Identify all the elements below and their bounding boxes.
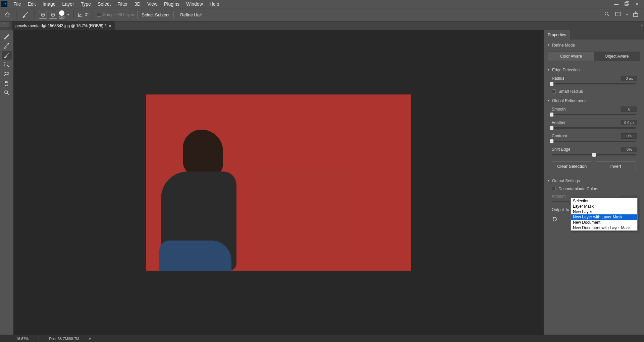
menu-layer[interactable]: Layer <box>59 0 77 8</box>
menu-image[interactable]: Image <box>39 0 59 8</box>
canvas-area[interactable] <box>13 30 543 335</box>
svg-point-7 <box>605 12 608 15</box>
close-tab-icon[interactable]: × <box>109 23 111 28</box>
minimize-button[interactable]: — <box>614 1 619 7</box>
dropdown-item-selection[interactable]: Selection <box>571 198 637 204</box>
share-icon[interactable] <box>633 11 639 18</box>
decontaminate-colors-label: Decontaminate Colors <box>558 187 598 191</box>
angle-icon <box>77 12 84 18</box>
radius-label: Radius <box>552 76 564 81</box>
brush-tool[interactable] <box>2 51 12 60</box>
refine-mode-segmented: Color Aware Object Aware <box>548 52 640 61</box>
menu-help[interactable]: Help <box>206 0 223 8</box>
zoom-tool[interactable] <box>2 88 12 97</box>
output-to-label: Output To <box>552 207 569 212</box>
menu-view[interactable]: View <box>144 0 161 8</box>
refine-edge-brush-tool[interactable] <box>2 42 12 50</box>
sample-all-layers-checkbox[interactable] <box>97 13 101 17</box>
feather-value[interactable]: 0.0 px <box>621 120 637 125</box>
menu-type[interactable]: Type <box>77 0 94 8</box>
smart-radius-label: Smart Radius <box>558 89 583 94</box>
decontaminate-colors-checkbox[interactable] <box>552 187 556 191</box>
menu-3d[interactable]: 3D <box>131 0 144 8</box>
document-tab[interactable]: pexels-mentatdgt-1568342.jpg @ 16.7% (RG… <box>12 21 115 30</box>
doc-info: Doc: 68.7M/68.7M <box>49 337 79 341</box>
document-tab-title: pexels-mentatdgt-1568342.jpg @ 16.7% (RG… <box>15 23 106 28</box>
status-bar: 16.67% Doc: 68.7M/68.7M ▶ <box>0 335 644 342</box>
svg-rect-9 <box>615 12 620 16</box>
smooth-slider[interactable] <box>552 114 636 115</box>
properties-tab[interactable]: Properties <box>544 30 570 40</box>
document-image <box>146 94 411 271</box>
options-bar: 150 ▾ 0° Sample All Layers Select Subjec… <box>0 8 644 21</box>
chevron-down-icon: ▾ <box>548 179 549 182</box>
brush-size-preview[interactable]: 150 <box>59 10 65 19</box>
brush-dropdown-arrow-icon[interactable]: ▾ <box>67 13 69 16</box>
output-settings-header[interactable]: ▾ Output Settings <box>544 175 644 185</box>
add-to-selection-button[interactable] <box>39 11 47 19</box>
image-subject <box>159 241 231 271</box>
edge-detection-header[interactable]: ▾ Edge Detection <box>544 64 644 74</box>
maximize-button[interactable] <box>625 1 629 7</box>
object-aware-segment[interactable]: Object Aware <box>594 52 640 61</box>
brush-size-value: 150 <box>59 16 65 19</box>
contrast-label: Contrast <box>552 134 567 138</box>
dropdown-item-new-layer[interactable]: New Layer <box>571 209 637 214</box>
brush-dot-icon <box>59 10 64 16</box>
menu-plugins[interactable]: Plugins <box>161 0 183 8</box>
refine-mode-header[interactable]: ▾ Refine Mode <box>544 40 644 50</box>
close-button[interactable]: ✕ <box>635 1 639 7</box>
shift-edge-value[interactable]: 0% <box>621 147 637 152</box>
svg-line-13 <box>7 93 9 95</box>
zoom-level[interactable]: 16.67% <box>16 337 29 341</box>
refine-hair-button[interactable]: Refine Hair <box>176 11 206 19</box>
output-to-dropdown[interactable]: Selection Layer Mask New Layer New Layer… <box>571 198 638 231</box>
svg-line-8 <box>608 15 609 16</box>
invert-button[interactable]: Invert <box>596 161 636 171</box>
menu-filter[interactable]: Filter <box>114 0 131 8</box>
dropdown-item-new-layer-with-mask[interactable]: New Layer with Layer Mask <box>571 214 637 220</box>
screen-mode-arrow-icon[interactable]: ▾ <box>626 13 628 16</box>
tool-bar <box>0 30 13 335</box>
quick-selection-tool[interactable] <box>2 32 12 41</box>
subtract-from-selection-button[interactable] <box>49 11 57 19</box>
app-logo: Ps <box>1 1 7 7</box>
search-icon[interactable] <box>604 11 610 18</box>
angle-value[interactable]: 0° <box>85 12 89 17</box>
screen-mode-icon[interactable] <box>615 11 621 18</box>
object-selection-tool[interactable] <box>2 60 12 69</box>
lasso-tool[interactable] <box>2 70 12 78</box>
collapsed-panel-tab[interactable]: ≡ <box>0 22 9 27</box>
amount-label: Amount <box>552 194 566 199</box>
menu-edit[interactable]: Edit <box>24 0 39 8</box>
dropdown-item-new-document[interactable]: New Document <box>571 220 637 225</box>
amount-value <box>621 196 637 197</box>
menu-bar: Ps File Edit Image Layer Type Select Fil… <box>0 0 644 8</box>
home-button[interactable] <box>3 10 12 19</box>
tool-preset-icon[interactable] <box>20 10 31 19</box>
document-tab-bar: ≡ pexels-mentatdgt-1568342.jpg @ 16.7% (… <box>0 21 644 30</box>
smooth-value[interactable]: 0 <box>621 107 637 112</box>
menu-file[interactable]: File <box>10 0 24 8</box>
dropdown-item-new-document-with-mask[interactable]: New Document with Layer Mask <box>571 225 637 230</box>
contrast-value[interactable]: 0% <box>621 133 637 139</box>
clear-selection-button[interactable]: Clear Selection <box>552 161 592 171</box>
global-refinements-header[interactable]: ▾ Global Refinements <box>544 95 644 105</box>
hand-tool[interactable] <box>2 79 12 88</box>
properties-panel: Properties ▾ Refine Mode Color Aware Obj… <box>543 30 644 335</box>
menu-select[interactable]: Select <box>94 0 114 8</box>
contrast-slider[interactable] <box>552 141 636 142</box>
chevron-down-icon: ▾ <box>548 99 549 102</box>
reset-icon[interactable] <box>552 217 558 223</box>
color-aware-segment[interactable]: Color Aware <box>548 52 594 61</box>
smart-radius-checkbox[interactable] <box>552 89 556 93</box>
feather-slider[interactable] <box>552 127 636 129</box>
radius-value[interactable]: 0 px <box>621 76 637 81</box>
shift-edge-slider[interactable] <box>552 154 636 155</box>
radius-slider[interactable] <box>552 83 636 84</box>
menu-window[interactable]: Window <box>183 0 206 8</box>
expand-tabs-icon[interactable]: » <box>641 23 643 27</box>
select-subject-button[interactable]: Select Subject <box>137 11 174 19</box>
sample-all-layers-label: Sample All Layers <box>103 12 135 17</box>
dropdown-item-layer-mask[interactable]: Layer Mask <box>571 204 637 209</box>
